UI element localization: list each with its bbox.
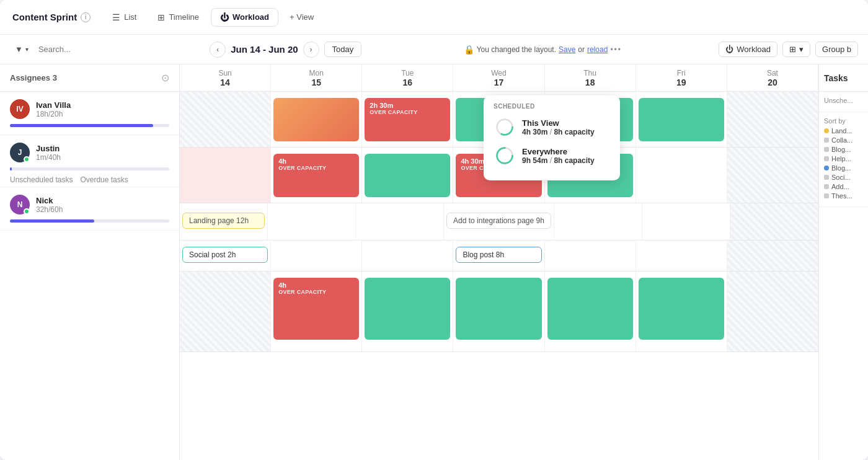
tooltip-circle-everywhere [494, 144, 516, 167]
social-cell-wed: Blog post 8h [453, 241, 544, 271]
assignee-hours-ivan: 18h/20h [36, 110, 71, 118]
right-controls: ⏻ Workload ⊞ ▾ Group b [719, 42, 858, 57]
nick-sat-cell [727, 272, 818, 352]
justin-tue-block[interactable] [365, 154, 450, 197]
task-landing-page[interactable]: Landing page 12h [182, 213, 265, 229]
task-cell-tue [356, 203, 444, 240]
ivan-sun-cell [180, 92, 271, 147]
project-title: Content Sprint i [12, 12, 91, 22]
ivan-fri-block[interactable] [639, 98, 724, 141]
tooltip-this-view-label: This View [522, 118, 595, 128]
ivan-mon-cell [271, 92, 362, 147]
nick-wed-block[interactable] [456, 278, 541, 340]
unscheduled-tasks-link[interactable]: Unscheduled tasks [10, 175, 73, 184]
task-cell-thu [554, 203, 642, 240]
tasks-sort-label: Sort by [824, 117, 863, 125]
task-integrations[interactable]: Add to integrations page 9h [446, 213, 551, 229]
tooltip-circle-this-view [494, 116, 516, 138]
justin-tasks-row: Landing page 12h Add to integrations pag… [180, 203, 818, 241]
info-icon[interactable]: i [81, 12, 91, 22]
assignee-name-nick: Nick [36, 196, 63, 205]
justin-mon-block[interactable]: 4h OVER CAPACITY [273, 154, 359, 197]
ivan-sat-cell [727, 92, 818, 147]
task-cell-mon [268, 203, 356, 240]
assignee-name-justin: Justin [36, 144, 61, 153]
workload-view-button[interactable]: ⏻ Workload [719, 42, 777, 57]
nick-mon-block[interactable]: 4h OVER CAPACITY [273, 278, 359, 340]
next-date-button[interactable]: › [303, 42, 319, 58]
sort-icon: ⊞ [789, 45, 796, 54]
reload-link[interactable]: reload [587, 45, 608, 54]
progress-ring-everywhere [495, 146, 515, 166]
workload-view-icon: ⏻ [725, 45, 733, 54]
date-navigation: ‹ Jun 14 - Jun 20 › Today [210, 42, 361, 58]
task-cell-sun: Landing page 12h [180, 203, 268, 240]
today-button[interactable]: Today [324, 42, 362, 57]
tooltip-everywhere-sub: 9h 54m / 8h capacity [522, 156, 595, 165]
calendar-area: Sun 14 Mon 15 Tue 16 Wed 17 Thu 18 [180, 64, 818, 460]
tag-landing: Land... [824, 127, 863, 135]
task-cell-wed: Add to integrations page 9h [444, 203, 554, 240]
list-icon: ☰ [112, 12, 120, 22]
tab-list[interactable]: ☰ List [103, 8, 146, 27]
task-cell-sat [730, 203, 818, 240]
layout-changed-banner: 🔒 You changed the layout. Save or reload… [464, 45, 622, 55]
tag-blog2: Blog... [824, 164, 863, 172]
progress-bar-container-ivan [10, 124, 169, 127]
tasks-panel-title: Tasks [819, 64, 868, 92]
task-blog-post[interactable]: Blog post 8h [456, 247, 541, 263]
nick-mon-cell: 4h OVER CAPACITY [271, 272, 362, 352]
progress-bar-justin [10, 167, 12, 170]
nick-wed-cell [453, 272, 544, 352]
day-header-sat: Sat 20 [727, 64, 818, 91]
assignees-icon: ⊙ [161, 72, 169, 84]
group-by-button[interactable]: Group b [815, 42, 858, 57]
justin-mon-cell: 4h OVER CAPACITY [271, 148, 362, 203]
tag-colla: Colla... [824, 136, 863, 144]
nick-thu-cell [545, 272, 636, 352]
social-cell-fri [636, 241, 727, 271]
ivan-mon-block[interactable] [273, 98, 359, 141]
tag-thes: Thes... [824, 192, 863, 200]
ivan-tue-cell: 2h 30m OVER CAPACITY [362, 92, 453, 147]
search-input[interactable] [38, 45, 113, 54]
task-social-post[interactable]: Social post 2h [182, 247, 268, 263]
social-cell-mon [271, 241, 362, 271]
tag-add: Add... [824, 183, 863, 190]
nick-tue-block[interactable] [365, 278, 450, 340]
filter-button[interactable]: ▼ ▾ [10, 42, 33, 56]
nick-week-row: 4h OVER CAPACITY [180, 272, 818, 352]
tasks-sort-section: Sort by Land... Colla... Blog... Help... [819, 112, 868, 207]
nick-fri-block[interactable] [639, 278, 724, 340]
ivan-fri-cell [636, 92, 727, 147]
tag-help: Help... [824, 155, 863, 162]
banner-more[interactable]: ••• [610, 45, 622, 54]
sort-button[interactable]: ⊞ ▾ [782, 42, 810, 57]
progress-bar-container-justin [10, 167, 169, 170]
tooltip-header: SCHEDULED [494, 103, 610, 110]
ivan-tue-block[interactable]: 2h 30m OVER CAPACITY [365, 98, 450, 141]
workload-icon: ⏻ [220, 12, 229, 22]
nick-tue-cell [362, 272, 453, 352]
avatar-ivan: IV [10, 99, 30, 119]
day-header-wed: Wed 17 [453, 64, 544, 91]
social-cell-sat [727, 241, 818, 271]
filter-icon: ▼ [15, 45, 23, 54]
overdue-tasks-link[interactable]: Overdue tasks [80, 175, 128, 184]
prev-date-button[interactable]: ‹ [210, 42, 226, 58]
nick-sun-cell [180, 272, 271, 352]
day-header-thu: Thu 18 [545, 64, 636, 91]
nick-thu-block[interactable] [547, 278, 633, 340]
save-link[interactable]: Save [559, 45, 575, 54]
tooltip-row-everywhere: Everywhere 9h 54m / 8h capacity [494, 144, 610, 167]
assignee-hours-nick: 32h/60h [36, 205, 63, 214]
tab-timeline[interactable]: ⊞ Timeline [148, 8, 208, 27]
filter-arrow: ▾ [25, 46, 29, 53]
tab-workload[interactable]: ⏻ Workload [211, 8, 278, 27]
avatar-nick: N [10, 195, 30, 215]
add-view-button[interactable]: + View [281, 9, 322, 25]
tasks-unscheduled-label: Unsche... [824, 97, 863, 104]
tag-blog1: Blog... [824, 146, 863, 153]
scheduled-tooltip: SCHEDULED This View 4h 30m / 8h capacity [484, 95, 620, 180]
lock-icon: 🔒 [464, 45, 474, 55]
